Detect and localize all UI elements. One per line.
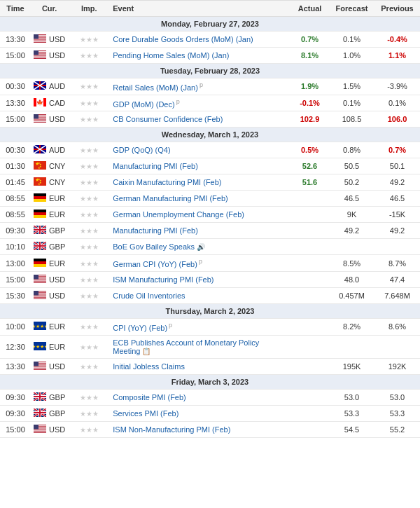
svg-rect-51 [34, 196, 46, 199]
event-actual: 52.6 [290, 158, 329, 174]
event-previous: 7.648M [374, 287, 420, 303]
event-importance: ★★★ [68, 421, 110, 437]
event-importance: ★★★ [68, 239, 110, 255]
event-actual [290, 318, 329, 335]
document-icon: 📋 [142, 348, 150, 355]
flag-icon: 🍁 [34, 98, 46, 108]
event-name[interactable]: German Manufacturing PMI (Feb) [110, 191, 290, 207]
event-time: 12:30 [0, 335, 31, 358]
event-name[interactable]: CPI (YoY) (Feb)p [110, 318, 290, 335]
event-actual: -0.1% [290, 95, 329, 111]
event-forecast: 0.1% [329, 95, 374, 111]
event-actual [290, 335, 329, 358]
table-row: 01:30 ★ ★ ★ ★ ★ CNY ★★★ Manufacturing PM… [0, 158, 420, 174]
event-currency: USD [31, 287, 68, 303]
flag-icon [34, 226, 46, 235]
star-icon: ★ [86, 195, 92, 202]
star-icon: ★ [86, 52, 92, 60]
event-name[interactable]: Pending Home Sales (MoM) (Jan) [110, 48, 290, 64]
event-name[interactable]: Core Durable Goods Orders (MoM) (Jan) [110, 32, 290, 48]
svg-rect-82 [34, 280, 46, 281]
event-time: 15:00 [0, 111, 31, 128]
event-forecast: 53.0 [329, 389, 374, 405]
svg-rect-5 [34, 40, 46, 41]
currency-code: GBP [49, 226, 65, 235]
star-icon: ★ [92, 343, 99, 351]
svg-text:★★★★★★★★★★★★: ★★★★★★★★★★★★ [34, 324, 46, 329]
svg-rect-29 [34, 119, 46, 120]
event-importance: ★★★ [68, 142, 110, 158]
event-name[interactable]: ISM Non-Manufacturing PMI (Feb) [110, 421, 290, 437]
header-forecast: Forecast [329, 1, 374, 17]
economic-calendar-table: Time Cur. Imp. Event Actual Forecast Pre… [0, 0, 420, 438]
star-icon: ★ [80, 146, 86, 154]
event-time: 13:00 [0, 255, 31, 272]
event-name[interactable]: BoE Gov Bailey Speaks🔊 [110, 239, 290, 255]
event-forecast: 50.2 [329, 174, 374, 191]
event-previous: 46.5 [374, 191, 420, 207]
svg-rect-104 [34, 362, 38, 366]
event-previous: 53.0 [374, 389, 420, 405]
star-icon: ★ [86, 410, 92, 418]
event-name[interactable]: Services PMI (Feb) [110, 405, 290, 421]
event-forecast: 0.1% [329, 32, 374, 48]
event-name[interactable]: Caixin Manufacturing PMI (Feb) [110, 174, 290, 191]
svg-rect-101 [34, 366, 46, 366]
star-icon: ★ [80, 116, 86, 123]
star-icon: ★ [92, 426, 99, 434]
svg-rect-64 [34, 229, 46, 231]
event-name[interactable]: Composite PMI (Feb) [110, 389, 290, 405]
event-actual [290, 287, 329, 303]
event-name[interactable]: ECB Publishes Account of Monetary Policy… [110, 335, 290, 358]
star-icon: ★ [86, 146, 92, 154]
event-importance: ★★★ [68, 111, 110, 128]
event-forecast: 1.5% [329, 78, 374, 95]
star-icon: ★ [86, 179, 92, 186]
header-actual: Actual [290, 1, 329, 17]
event-name[interactable]: GDP (MoM) (Dec)p [110, 95, 290, 111]
header-previous: Previous [374, 1, 420, 17]
event-time: 01:45 [0, 174, 31, 191]
event-name[interactable]: Retail Sales (MoM) (Jan)p [110, 78, 290, 95]
svg-rect-22 [43, 98, 46, 107]
svg-rect-91 [34, 298, 46, 298]
event-actual [290, 389, 329, 405]
event-name[interactable]: Crude Oil Inventories [110, 287, 290, 303]
event-previous: -15K [374, 207, 420, 223]
flag-icon [34, 145, 46, 155]
event-forecast: 48.0 [329, 271, 374, 287]
table-row: 09:30 GBP ★★★ Composite PMI (Feb) 53.0 5… [0, 389, 420, 405]
svg-text:🍁: 🍁 [36, 99, 43, 106]
event-importance: ★★★ [68, 405, 110, 421]
event-time: 01:30 [0, 158, 31, 174]
star-icon: ★ [86, 292, 92, 300]
event-currency: USD [31, 48, 68, 64]
event-importance: ★★★ [68, 48, 110, 64]
flag-icon [34, 259, 46, 268]
section-header: Wednesday, March 1, 2023 [0, 128, 420, 142]
event-name[interactable]: Initial Jobless Claims [110, 358, 290, 374]
svg-rect-6 [34, 41, 46, 42]
event-forecast: 53.3 [329, 405, 374, 421]
svg-rect-74 [34, 259, 46, 261]
event-importance: ★★★ [68, 95, 110, 111]
currency-code: USD [49, 275, 65, 284]
svg-rect-76 [34, 264, 46, 267]
event-forecast: 0.457M [329, 287, 374, 303]
event-name[interactable]: CB Consumer Confidence (Feb) [110, 111, 290, 128]
event-name[interactable]: Manufacturing PMI (Feb) [110, 158, 290, 174]
star-icon: ★ [86, 211, 92, 219]
event-name[interactable]: GDP (QoQ) (Q4) [110, 142, 290, 158]
flag-icon [34, 114, 46, 124]
event-currency: ★ ★ ★ ★ ★ CNY [31, 158, 68, 174]
event-actual [290, 191, 329, 207]
star-icon: ★ [92, 211, 99, 219]
event-name[interactable]: German CPI (YoY) (Feb)p [110, 255, 290, 272]
event-name[interactable]: Manufacturing PMI (Feb) [110, 223, 290, 239]
event-name[interactable]: ISM Manufacturing PMI (Feb) [110, 271, 290, 287]
star-icon: ★ [86, 83, 92, 90]
event-actual: 1.9% [290, 78, 329, 95]
event-currency: EUR [31, 191, 68, 207]
flag-icon [34, 81, 46, 91]
event-name[interactable]: German Unemployment Change (Feb) [110, 207, 290, 223]
